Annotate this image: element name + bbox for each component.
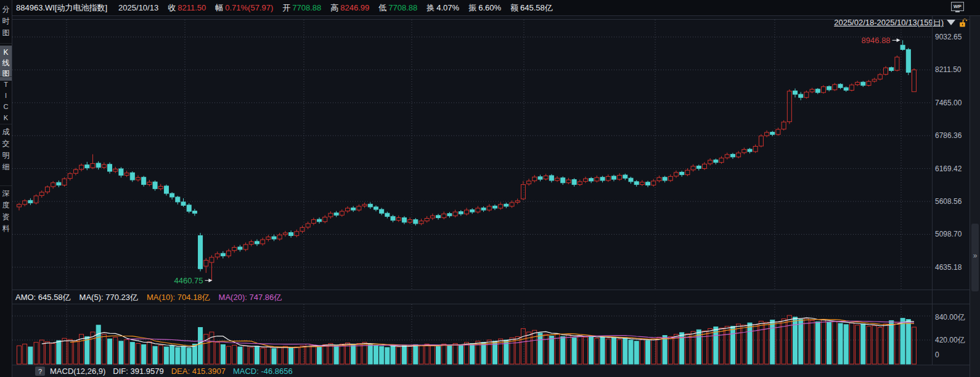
candle (136, 176, 140, 182)
volume-axis-label: 420.00亿 (935, 335, 965, 346)
candle (714, 158, 718, 164)
volume-bar (311, 345, 316, 364)
candle (289, 230, 293, 238)
chart-top-border (12, 19, 970, 20)
volume-pane-top-border (12, 304, 970, 304)
candle (544, 174, 548, 180)
candle (561, 176, 565, 185)
quote-stat: 换4.07% (427, 2, 459, 14)
volume-bar (640, 339, 644, 364)
candle (753, 145, 757, 153)
candle (470, 208, 475, 214)
volume-bar (589, 336, 594, 364)
candle (255, 240, 259, 246)
volume-bar (618, 339, 622, 364)
sidebar-item-trade-detail[interactable]: 成交明细 (0, 126, 12, 173)
sidebar-item-kline[interactable]: K线图 (0, 46, 12, 81)
volume-bar (884, 324, 888, 364)
trade-date: 2025/10/13 (118, 3, 158, 12)
candle (181, 198, 186, 207)
volume-bar (742, 325, 746, 364)
candle (504, 203, 508, 208)
macd-values: DIF: 391.9579DEA: 415.3907MACD: -46.8656 (105, 367, 292, 376)
volume-bar (153, 346, 157, 364)
macd-title[interactable]: MACD(12,26,9) (50, 367, 105, 376)
tab-char: 交 (0, 138, 12, 150)
candle (130, 171, 134, 182)
right-panel-strip: » (970, 15, 980, 377)
candle (827, 86, 831, 92)
help-icon[interactable]: ? (35, 367, 45, 376)
candle (691, 164, 695, 172)
topbar-divider (12, 15, 980, 16)
tab-char: K (0, 112, 12, 123)
sidebar-divider (12, 0, 12, 377)
candle (368, 202, 372, 209)
volume-bar (289, 348, 293, 364)
stat-value: 8246.99 (340, 3, 369, 12)
volume-bar (561, 336, 565, 364)
candle (210, 255, 214, 280)
amo-row-top-border (12, 290, 970, 290)
candle (821, 85, 825, 94)
amount-ma-value: AMO: 645.58亿 (15, 292, 71, 302)
candle (306, 222, 310, 229)
volume-bar (544, 334, 548, 364)
amount-ma-value: MA(10): 704.18亿 (147, 292, 210, 302)
volume-bar (804, 318, 809, 364)
stat-value: 645.58亿 (520, 2, 553, 14)
candle (51, 181, 55, 188)
candle (765, 131, 769, 137)
candle (261, 238, 265, 246)
candle (566, 178, 571, 184)
candle (380, 208, 384, 215)
volume-bar (68, 339, 72, 364)
volume-bar (527, 332, 531, 364)
volume-bar (657, 337, 661, 364)
candle (91, 154, 95, 169)
sidebar-item-depth-info[interactable]: 深度资料 (0, 188, 12, 235)
price-axis-label: 6786.36 (935, 131, 962, 140)
volume-bar (606, 339, 610, 364)
volume-bar (436, 346, 441, 364)
candle (402, 216, 406, 224)
candle (538, 175, 542, 182)
volume-bar (261, 348, 265, 364)
candle (283, 231, 287, 237)
candle (737, 151, 741, 158)
candle (80, 163, 84, 171)
volume-bar (221, 344, 225, 364)
tab-char: 资 (0, 211, 12, 223)
candle (708, 158, 713, 166)
candle (623, 174, 627, 180)
quote-stats: 收8211.50幅0.71%(57.97)开7708.88高8246.99低77… (158, 2, 553, 14)
candle (459, 210, 463, 216)
candle (362, 203, 367, 208)
collapse-chevron-icon[interactable]: » (970, 251, 980, 260)
volume-bar (730, 326, 735, 364)
sidebar-item-tick[interactable]: TICK (0, 79, 12, 123)
stock-terminal-window: 8946.884460.75 884963.WI[动力电池指数] 2025/10… (0, 0, 980, 377)
chevron-down-icon[interactable] (947, 20, 955, 25)
candle (465, 208, 469, 215)
volume-bar (187, 348, 191, 364)
candle (912, 68, 917, 92)
candle (221, 251, 225, 259)
candle (396, 216, 401, 222)
tab-char: 图 (0, 68, 12, 79)
candle (374, 205, 378, 211)
macd-indicator-row: ? MACD(12,26,9) DIF: 391.9579DEA: 415.39… (12, 365, 970, 377)
volume-bar (453, 344, 457, 364)
candle (833, 83, 837, 91)
kline-chart-canvas[interactable]: 8946.884460.75 (0, 0, 980, 377)
volume-bar (600, 336, 605, 364)
wp-monitor-icon[interactable]: WP (951, 2, 964, 11)
volume-bar (238, 347, 242, 364)
stat-value: 6.60% (478, 3, 501, 12)
volume-bar (414, 344, 418, 364)
volume-bar (28, 347, 33, 364)
sidebar-item-intraday[interactable]: 分时图 (0, 4, 12, 39)
candle (147, 180, 152, 186)
volume-ma-line (42, 318, 914, 347)
volume-bar (674, 334, 679, 364)
